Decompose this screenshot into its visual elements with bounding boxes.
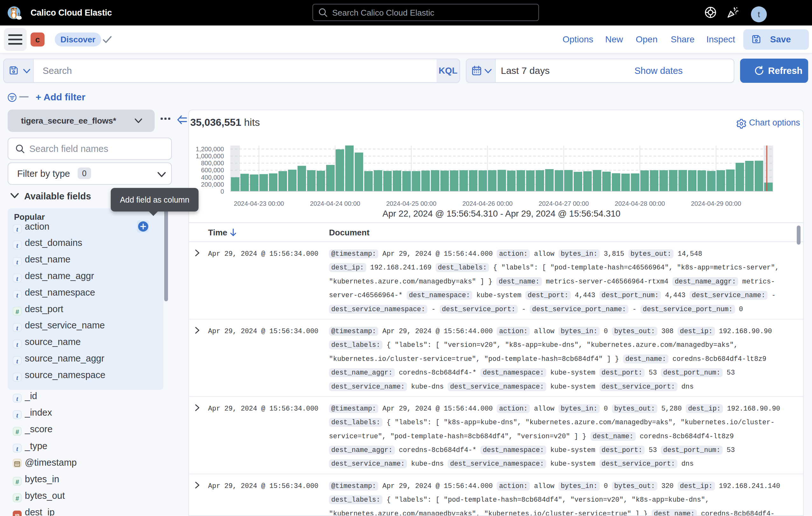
- svg-text:1,200,000: 1,200,000: [196, 145, 224, 153]
- svg-text:800,000: 800,000: [201, 160, 224, 167]
- svg-text:1,000,000: 1,000,000: [196, 153, 224, 160]
- svg-text:2024-04-26 00:00: 2024-04-26 00:00: [462, 200, 513, 207]
- svg-text:2024-04-25 00:00: 2024-04-25 00:00: [386, 200, 437, 207]
- svg-text:2024-04-29 00:00: 2024-04-29 00:00: [691, 200, 741, 207]
- svg-text:2024-04-24 00:00: 2024-04-24 00:00: [310, 200, 360, 207]
- svg-text:2024-04-28 00:00: 2024-04-28 00:00: [615, 200, 665, 207]
- svg-text:Apr 22, 2024 @ 15:56:54.310 -: Apr 22, 2024 @ 15:56:54.310 - Apr 29, 20…: [382, 209, 620, 218]
- svg-text:400,000: 400,000: [201, 174, 224, 181]
- svg-text:600,000: 600,000: [201, 167, 224, 173]
- svg-text:0: 0: [221, 188, 224, 195]
- svg-text:2024-04-23 00:00: 2024-04-23 00:00: [234, 200, 284, 207]
- svg-text:200,000: 200,000: [201, 181, 224, 188]
- svg-text:2024-04-27 00:00: 2024-04-27 00:00: [539, 200, 589, 207]
